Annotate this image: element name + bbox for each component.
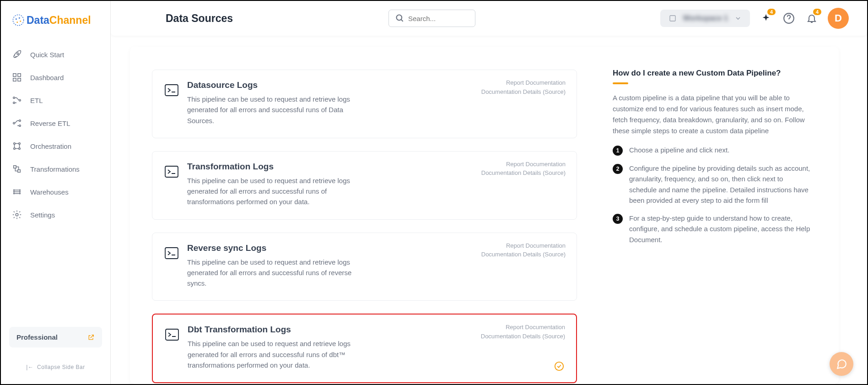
- sidebar: DataChannel Quick Start Dashboard ETL Re…: [1, 1, 111, 384]
- card-desc: This pipeline can be used to request and…: [187, 257, 361, 289]
- nav-label: Orchestration: [30, 142, 71, 150]
- chat-fab[interactable]: [830, 352, 853, 376]
- help-button[interactable]: [782, 11, 796, 25]
- doc-details-link[interactable]: Documentation Details (Source): [481, 332, 565, 341]
- card-desc: This pipeline can be used to request and…: [187, 94, 361, 126]
- sparkle-button[interactable]: 4: [759, 11, 773, 25]
- svg-rect-24: [165, 85, 178, 96]
- workspace-name: Workspace 1: [683, 14, 728, 22]
- sidebar-item-orchestration[interactable]: Orchestration: [1, 135, 110, 157]
- step-number: 2: [613, 164, 623, 174]
- notifications-badge: 4: [813, 9, 821, 15]
- etl-icon: [12, 95, 22, 105]
- report-doc-link[interactable]: Report Documentation: [481, 323, 565, 332]
- check-circle-icon: [554, 361, 564, 371]
- workspace-icon: [669, 14, 677, 22]
- report-doc-link[interactable]: Report Documentation: [481, 241, 566, 250]
- nav-label: Warehouses: [30, 188, 69, 196]
- main-panel: Datasource Logs This pipeline can be use…: [130, 47, 839, 384]
- sidebar-item-settings[interactable]: Settings: [1, 203, 110, 226]
- card-reverse-sync-logs[interactable]: Reverse sync Logs This pipeline can be u…: [152, 233, 577, 301]
- nav-label: ETL: [30, 97, 43, 104]
- svg-rect-9: [18, 78, 21, 81]
- svg-point-11: [13, 102, 15, 104]
- logo-icon: [12, 14, 25, 27]
- info-title: How do I create a new Custom Data Pipeli…: [613, 69, 811, 78]
- info-steps: 1 Choose a pipeline and click next. 2 Co…: [613, 145, 811, 245]
- svg-point-17: [19, 143, 21, 145]
- svg-point-28: [555, 362, 563, 370]
- collapse-label: Collapse Side Bar: [37, 364, 85, 370]
- nav: Quick Start Dashboard ETL Reverse ETL Or…: [1, 39, 110, 230]
- card-datasource-logs[interactable]: Datasource Logs This pipeline can be use…: [152, 70, 577, 138]
- svg-point-10: [13, 97, 15, 99]
- svg-point-15: [13, 122, 15, 124]
- report-doc-link[interactable]: Report Documentation: [481, 78, 566, 87]
- doc-details-link[interactable]: Documentation Details (Source): [481, 87, 566, 97]
- transformations-icon: [12, 164, 22, 174]
- sparkle-badge: 4: [767, 9, 776, 15]
- terminal-icon: [164, 246, 179, 260]
- step-1: 1 Choose a pipeline and click next.: [613, 145, 811, 156]
- svg-point-12: [19, 99, 21, 101]
- dashboard-icon: [12, 72, 22, 82]
- svg-rect-27: [166, 329, 178, 340]
- svg-point-2: [19, 17, 20, 19]
- svg-point-20: [16, 213, 18, 216]
- doc-details-link[interactable]: Documentation Details (Source): [481, 250, 566, 259]
- search-box[interactable]: [388, 10, 475, 27]
- chat-icon: [836, 358, 847, 370]
- reverse-etl-icon: [12, 118, 22, 128]
- pipeline-cards: Datasource Logs This pipeline can be use…: [130, 47, 599, 384]
- orchestration-icon: [12, 141, 22, 151]
- sidebar-item-etl[interactable]: ETL: [1, 89, 110, 112]
- doc-details-link[interactable]: Documentation Details (Source): [481, 168, 566, 178]
- nav-label: Transformations: [30, 165, 80, 173]
- brand-logo[interactable]: DataChannel: [1, 1, 110, 39]
- workspace-selector[interactable]: Workspace 1: [660, 10, 750, 27]
- info-text: A custom pipeline is a data pipeline tha…: [613, 92, 811, 136]
- sidebar-item-dashboard[interactable]: Dashboard: [1, 66, 110, 89]
- svg-point-21: [397, 15, 402, 21]
- terminal-icon: [165, 327, 179, 342]
- help-icon: [783, 12, 795, 24]
- topbar-right: Workspace 1 4 4 D: [660, 8, 849, 29]
- brand-data: Data: [27, 14, 49, 26]
- step-3: 3 For a step-by-step guide to understand…: [613, 213, 811, 245]
- sidebar-item-reverse-etl[interactable]: Reverse ETL: [1, 112, 110, 135]
- topbar: Data Sources Workspace 1 4 4 D: [111, 1, 867, 36]
- rocket-icon: [12, 49, 22, 60]
- sidebar-item-warehouses[interactable]: Warehouses: [1, 180, 110, 203]
- nav-label: Settings: [30, 211, 55, 219]
- card-desc: This pipeline can be used to request and…: [188, 338, 361, 370]
- svg-rect-25: [165, 166, 178, 177]
- svg-point-0: [13, 15, 23, 25]
- search-input[interactable]: [408, 15, 468, 22]
- plan-label: Professional: [16, 333, 58, 341]
- terminal-icon: [164, 83, 179, 98]
- svg-rect-6: [13, 74, 16, 76]
- info-panel: How do I create a new Custom Data Pipeli…: [599, 47, 839, 384]
- sidebar-item-transformations[interactable]: Transformations: [1, 157, 110, 180]
- notifications-button[interactable]: 4: [805, 11, 819, 25]
- sidebar-item-quick-start[interactable]: Quick Start: [1, 43, 110, 66]
- step-number: 1: [613, 146, 623, 156]
- svg-rect-22: [670, 16, 675, 21]
- card-transformation-logs[interactable]: Transformation Logs This pipeline can be…: [152, 151, 577, 220]
- svg-point-19: [19, 148, 21, 150]
- page-title: Data Sources: [166, 12, 233, 25]
- svg-rect-7: [18, 74, 21, 76]
- report-doc-link[interactable]: Report Documentation: [481, 160, 566, 169]
- svg-point-18: [14, 148, 16, 150]
- step-number: 3: [613, 214, 623, 224]
- plan-badge[interactable]: Professional: [9, 327, 102, 347]
- external-link-icon: [87, 334, 95, 341]
- card-dbt-transformation-logs[interactable]: Dbt Transformation Logs This pipeline ca…: [152, 314, 577, 383]
- avatar[interactable]: D: [828, 8, 849, 29]
- svg-point-5: [17, 53, 19, 54]
- step-text: For a step-by-step guide to understand h…: [629, 213, 811, 245]
- collapse-sidebar[interactable]: |← Collapse Side Bar: [1, 364, 110, 370]
- step-2: 2 Configure the pipeline by providing de…: [613, 163, 811, 206]
- svg-point-3: [20, 21, 21, 22]
- svg-rect-26: [165, 248, 178, 259]
